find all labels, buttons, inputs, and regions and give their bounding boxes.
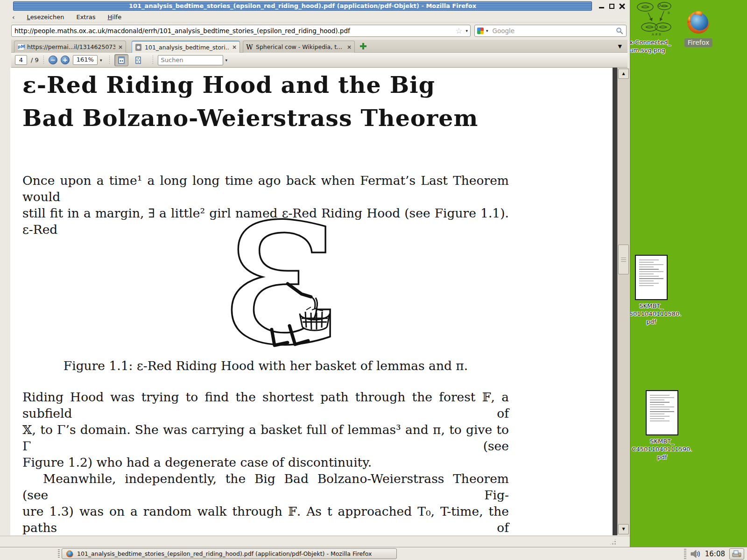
desktop-icon-pdf2[interactable]: SKMBT_ C45011040111590. pdf <box>629 390 695 461</box>
resize-grip-icon[interactable] <box>609 538 617 546</box>
find-dropdown-caret-icon[interactable]: ▾ <box>223 58 230 63</box>
annotation-b: B <box>668 11 670 15</box>
toolbar-separator <box>109 56 110 65</box>
tab-close-icon[interactable]: × <box>232 44 237 50</box>
pdf-search-input[interactable] <box>158 56 223 65</box>
window-controls <box>599 2 625 10</box>
pdf-thumbnail <box>635 255 668 300</box>
zoom-dropdown-caret-icon[interactable]: ▾ <box>98 58 105 63</box>
taskbar: 101_analysis_bedtime_stories_(epsilon_re… <box>0 547 747 560</box>
minimize-icon[interactable] <box>599 3 605 9</box>
tab-label: 101_analysis_bedtime_stori... <box>145 44 229 51</box>
google-engine-icon[interactable] <box>477 28 484 34</box>
scroll-up-arrow-icon[interactable]: ▲ <box>618 69 629 79</box>
tab-close-icon[interactable]: × <box>347 44 352 50</box>
system-tray: 16:08 <box>684 547 744 560</box>
new-tab-plus-icon[interactable] <box>359 42 367 50</box>
icon-label: Firefox <box>684 38 712 47</box>
volume-speaker-icon[interactable] <box>691 550 701 558</box>
firefox-task-icon <box>66 550 74 558</box>
icon-label-line: SKMBT_ <box>629 437 695 445</box>
desktop-icon-firefox[interactable]: Firefox <box>677 9 720 47</box>
permail-favicon: pM <box>17 43 24 50</box>
window-titlebar[interactable]: 101_analysis_bedtime_stories_(epsilon_re… <box>13 1 592 11</box>
tray-grip-icon <box>684 549 686 559</box>
wikipedia-favicon: W <box>246 43 253 51</box>
menubar: ‹ Lesezeichen Extras Hilfe <box>11 12 627 22</box>
task-label: 101_analysis_bedtime_stories_(epsilon_re… <box>77 550 372 557</box>
menu-hilfe[interactable]: Hilfe <box>108 14 122 21</box>
zoom-in-button[interactable]: + <box>61 56 70 64</box>
firefox-window: 101_analysis_bedtime_stories_(epsilon_re… <box>0 0 630 547</box>
toolbar-separator <box>153 56 153 65</box>
desktop: B A # B x-Connected_ um.svg.png Firefox <box>0 0 747 560</box>
fit-width-button[interactable] <box>114 54 128 66</box>
tab-pdf-active[interactable]: 101_analysis_bedtime_stori... × <box>132 41 240 53</box>
menu-lesezeichen[interactable]: Lesezeichen <box>27 14 64 21</box>
task-grip-icon <box>58 549 60 559</box>
bookmark-star-icon[interactable]: ☆ <box>454 26 463 35</box>
desktop-icon-connected-sum[interactable]: B A # B x-Connected_ um.svg.png <box>629 1 684 54</box>
search-magnifier-icon[interactable] <box>616 27 623 35</box>
taskbar-window-button[interactable]: 101_analysis_bedtime_stories_(epsilon_re… <box>62 548 397 559</box>
menu-overflow-arrow-icon[interactable]: ‹ <box>12 14 15 21</box>
icon-label-line: C45011040111590. <box>629 445 695 453</box>
fit-page-icon <box>134 56 142 64</box>
scrollbar-thumb[interactable] <box>618 245 629 274</box>
tab-label: https://permai...il/1314625073 <box>27 43 115 50</box>
fit-width-icon <box>117 56 126 64</box>
vertical-scrollbar[interactable]: ▲ ▼ <box>617 68 629 535</box>
pdf-page-edge <box>613 68 617 535</box>
maximize-icon[interactable] <box>609 3 615 9</box>
status-bar <box>0 536 630 547</box>
navigation-bar: ☆ ▾ ▾ <box>11 24 627 38</box>
zoom-level-box[interactable]: 161% <box>73 55 98 65</box>
search-bar: ▾ <box>474 25 627 37</box>
pdf-document-favicon <box>135 44 141 51</box>
toolbar-separator <box>43 56 44 65</box>
close-icon[interactable] <box>619 3 625 9</box>
connected-sum-thumbnail: B A # B <box>635 1 678 36</box>
page-number-input[interactable] <box>15 56 27 64</box>
url-input[interactable] <box>12 27 454 35</box>
show-desktop-button[interactable] <box>729 548 744 560</box>
icon-label-line: um.svg.png <box>629 46 684 54</box>
firefox-icon <box>686 9 711 35</box>
zoom-out-button[interactable]: − <box>49 56 57 64</box>
scroll-down-arrow-icon[interactable]: ▼ <box>618 524 629 534</box>
icon-label-line: x-Connected_ <box>629 38 684 46</box>
pdf-search-field <box>158 55 223 65</box>
page-number-field <box>15 55 27 65</box>
url-dropdown-caret-icon[interactable]: ▾ <box>463 28 470 33</box>
epsilon-riding-hood-figure: ε <box>219 210 331 350</box>
tab-list-caret-icon[interactable]: ▼ <box>618 43 622 49</box>
pdf-thumbnail <box>646 390 678 435</box>
clock[interactable]: 16:08 <box>705 550 725 558</box>
menu-extras[interactable]: Extras <box>76 14 95 21</box>
document-title: ε-Red Riding Hood and the Big Bad Bolzan… <box>22 69 478 135</box>
tab-spherical-cow[interactable]: W Spherical cow - Wikipedia, t... × <box>243 41 355 53</box>
show-desktop-icon <box>732 550 741 558</box>
pdf-toolbar: / 9 − + 161% ▾ <box>11 53 627 68</box>
figure-caption: Figure 1.1: ε-Red Riding Hood with her b… <box>22 358 509 373</box>
fit-page-button[interactable] <box>131 54 145 66</box>
icon-label-line: pdf <box>629 453 695 461</box>
tab-bar: pM https://permai...il/1314625073 × 101_… <box>11 40 627 53</box>
tab-label: Spherical cow - Wikipedia, t... <box>256 43 344 50</box>
url-bar: ☆ ▾ <box>11 25 471 37</box>
engine-dropdown-caret-icon[interactable]: ▾ <box>484 28 491 33</box>
annotation-a-sum-b: A # B <box>652 33 661 36</box>
page-count-label: / 9 <box>31 56 39 63</box>
pdf-page: ε-Red Riding Hood and the Big Bad Bolzan… <box>10 68 613 535</box>
tab-permalink[interactable]: pM https://permai...il/1314625073 × <box>14 41 126 53</box>
search-input[interactable] <box>491 27 616 35</box>
body-text: Riding Hood was trying to find the short… <box>22 389 509 535</box>
tab-close-icon[interactable]: × <box>118 44 123 50</box>
